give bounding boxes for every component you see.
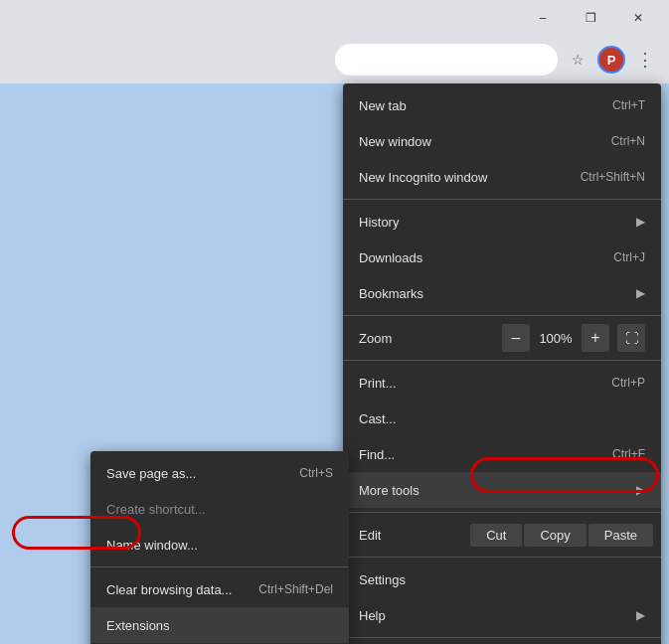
zoom-in-button[interactable]: + [582, 324, 609, 352]
menu-item-new-tab[interactable]: New tab Ctrl+T [343, 87, 661, 123]
submenu-item-save-page[interactable]: Save page as... Ctrl+S [90, 455, 349, 491]
paste-button[interactable]: Paste [588, 524, 653, 547]
menu-item-more-tools[interactable]: More tools ▶ [343, 472, 661, 508]
menu-item-downloads[interactable]: Downloads Ctrl+J [343, 240, 661, 275]
fullscreen-button[interactable]: ⛶ [617, 324, 645, 352]
menu-item-incognito[interactable]: New Incognito window Ctrl+Shift+N [343, 159, 661, 195]
menu-item-history[interactable]: History ▶ [343, 204, 661, 240]
menu-item-print[interactable]: Print... Ctrl+P [343, 365, 661, 401]
restore-button[interactable]: ❐ [568, 0, 613, 36]
submenu-item-clear-data[interactable]: Clear browsing data... Ctrl+Shift+Del [90, 571, 349, 607]
divider-2 [343, 315, 661, 316]
zoom-row: Zoom – 100% + ⛶ [343, 320, 661, 356]
divider-1 [343, 199, 661, 200]
edit-row: Edit Cut Copy Paste [343, 517, 661, 553]
omnibox-actions: ☆ P ⋮ [562, 44, 661, 76]
minimize-button[interactable]: – [520, 0, 566, 36]
close-button[interactable]: ✕ [615, 0, 661, 36]
divider-4 [343, 512, 661, 513]
profile-button[interactable]: P [597, 46, 625, 74]
zoom-controls: – 100% + ⛶ [502, 324, 645, 352]
menu-item-new-window[interactable]: New window Ctrl+N [343, 123, 661, 159]
cut-button[interactable]: Cut [470, 524, 522, 547]
divider-6 [343, 637, 661, 638]
menu-item-cast[interactable]: Cast... [343, 401, 661, 436]
title-bar: – ❐ ✕ [0, 0, 669, 36]
main-menu: New tab Ctrl+T New window Ctrl+N New Inc… [343, 83, 661, 644]
divider-5 [343, 557, 661, 558]
menu-item-settings[interactable]: Settings [343, 562, 661, 597]
divider-3 [343, 360, 661, 361]
submenu-item-create-shortcut[interactable]: Create shortcut... [90, 491, 349, 527]
title-bar-controls: – ❐ ✕ [520, 0, 661, 36]
menu-item-find[interactable]: Find... Ctrl+F [343, 436, 661, 472]
menu-item-help[interactable]: Help ▶ [343, 597, 661, 633]
more-options-button[interactable]: ⋮ [629, 44, 661, 76]
zoom-out-button[interactable]: – [502, 324, 530, 352]
sub-menu: Save page as... Ctrl+S Create shortcut..… [90, 451, 349, 644]
menu-item-bookmarks[interactable]: Bookmarks ▶ [343, 275, 661, 311]
omnibox[interactable] [335, 44, 559, 76]
bookmark-icon[interactable]: ☆ [562, 44, 593, 76]
submenu-item-extensions[interactable]: Extensions [90, 607, 349, 643]
submenu-item-name-window[interactable]: Name window... [90, 527, 349, 563]
omnibox-bar: ☆ P ⋮ [0, 36, 669, 83]
copy-button[interactable]: Copy [524, 524, 585, 547]
content-area: New tab Ctrl+T New window Ctrl+N New Inc… [0, 83, 669, 644]
submenu-divider-1 [90, 566, 349, 567]
